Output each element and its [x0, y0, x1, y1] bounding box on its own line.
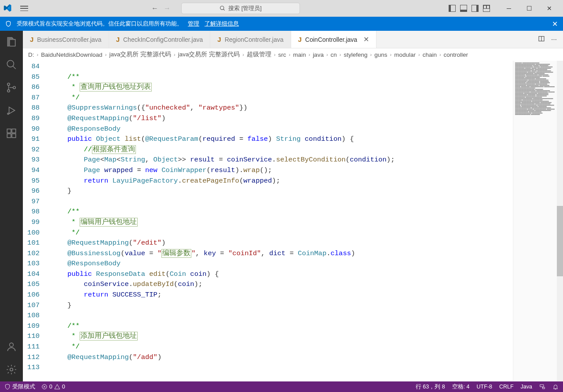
- vertical-scrollbar[interactable]: [557, 61, 563, 381]
- source-control-icon[interactable]: [5, 81, 18, 94]
- search-placeholder: 搜索 [管理员]: [228, 4, 262, 12]
- status-spaces[interactable]: 空格: 4: [452, 383, 470, 391]
- layout-bottom-icon[interactable]: [460, 5, 467, 12]
- tab-checkin[interactable]: JCheckInConfigController.java: [109, 31, 211, 48]
- svg-rect-9: [12, 129, 16, 133]
- close-button[interactable]: ✕: [539, 0, 559, 16]
- svg-line-3: [13, 66, 16, 69]
- menu-icon[interactable]: [20, 6, 28, 11]
- more-actions-icon[interactable]: ⋯: [551, 36, 557, 43]
- statusbar: 受限模式 0 0 行 63，列 8 空格: 4 UTF-8 CRLF Java: [0, 381, 563, 392]
- svg-point-4: [7, 83, 10, 85]
- account-icon[interactable]: [5, 340, 18, 353]
- tab-label: BusinessController.java: [37, 36, 101, 43]
- svg-point-6: [13, 86, 15, 88]
- line-gutter: 84 85 86 87 88 89 90 91 92 93 94 95 96 9…: [23, 61, 49, 381]
- editor-tabs: JBusinessController.java JCheckInConfigC…: [23, 31, 563, 48]
- status-eol[interactable]: CRLF: [499, 384, 514, 390]
- vscode-logo-icon: [4, 4, 11, 13]
- search-input[interactable]: 搜索 [管理员]: [181, 3, 300, 14]
- status-line-col[interactable]: 行 63，列 8: [416, 383, 445, 391]
- svg-rect-11: [12, 134, 16, 138]
- maximize-button[interactable]: ☐: [519, 0, 539, 16]
- java-file-icon: J: [217, 36, 221, 43]
- svg-point-2: [7, 60, 14, 67]
- banner-manage-link[interactable]: 管理: [188, 20, 199, 28]
- svg-line-1: [223, 9, 225, 11]
- explorer-icon[interactable]: [5, 35, 18, 48]
- minimap[interactable]: █████████████ ██████████████████████████…: [513, 61, 557, 381]
- banner-learn-more-link[interactable]: 了解详细信息: [205, 20, 239, 28]
- run-debug-icon[interactable]: [5, 104, 18, 117]
- tab-coin[interactable]: JCoinController.java✕: [291, 31, 377, 48]
- java-file-icon: J: [30, 36, 33, 43]
- svg-point-5: [7, 90, 10, 92]
- editor[interactable]: 84 85 86 87 88 89 90 91 92 93 94 95 96 9…: [23, 61, 563, 381]
- banner-text: 受限模式旨在实现安全地浏览代码。信任此窗口以启用所有功能。: [17, 20, 183, 28]
- tab-close-icon[interactable]: ✕: [363, 35, 369, 44]
- svg-rect-8: [7, 129, 11, 133]
- tab-business[interactable]: JBusinessController.java: [23, 31, 109, 48]
- code-content[interactable]: /** * 查询用户钱包地址列表 */ @SuppressWarnings({"…: [49, 61, 513, 381]
- svg-rect-10: [7, 134, 11, 138]
- split-editor-icon[interactable]: [538, 35, 545, 44]
- layout-right-icon[interactable]: [472, 5, 479, 12]
- layout-controls: [449, 5, 490, 12]
- minimize-button[interactable]: ─: [499, 0, 519, 16]
- settings-gear-icon[interactable]: [5, 363, 18, 376]
- restricted-banner: 受限模式旨在实现安全地浏览代码。信任此窗口以启用所有功能。 管理 了解详细信息 …: [0, 17, 563, 31]
- java-file-icon: J: [298, 36, 302, 43]
- banner-close-icon[interactable]: ✕: [552, 20, 558, 28]
- scrollbar-thumb[interactable]: [557, 206, 563, 276]
- svg-point-7: [7, 113, 9, 114]
- svg-point-13: [10, 368, 13, 371]
- status-feedback-icon[interactable]: [539, 384, 545, 390]
- svg-point-12: [10, 343, 14, 347]
- extensions-icon[interactable]: [5, 127, 18, 140]
- nav-forward-icon[interactable]: →: [164, 4, 171, 12]
- tab-label: CoinController.java: [305, 36, 357, 43]
- tab-region[interactable]: JRegionController.java: [210, 31, 291, 48]
- shield-icon: [5, 21, 11, 27]
- activity-bar: [0, 31, 23, 381]
- search-icon: [219, 5, 226, 11]
- status-restricted[interactable]: 受限模式: [4, 383, 35, 391]
- svg-point-0: [220, 6, 224, 10]
- java-file-icon: J: [116, 36, 120, 43]
- status-problems[interactable]: 0 0: [41, 384, 65, 390]
- search-icon[interactable]: [5, 58, 18, 71]
- layout-grid-icon[interactable]: [483, 5, 490, 12]
- status-lang[interactable]: Java: [521, 384, 532, 390]
- titlebar: ← → 搜索 [管理员] ─ ☐ ✕: [0, 0, 563, 17]
- status-encoding[interactable]: UTF-8: [477, 384, 492, 390]
- status-bell-icon[interactable]: [552, 384, 559, 390]
- breadcrumbs[interactable]: D:›BaiduNetdiskDownload›java交易所 完整源代码›ja…: [23, 48, 563, 61]
- tab-label: RegionController.java: [225, 36, 284, 43]
- layout-left-icon[interactable]: [449, 5, 456, 12]
- tab-label: CheckInConfigController.java: [123, 36, 203, 43]
- nav-back-icon[interactable]: ←: [151, 4, 158, 12]
